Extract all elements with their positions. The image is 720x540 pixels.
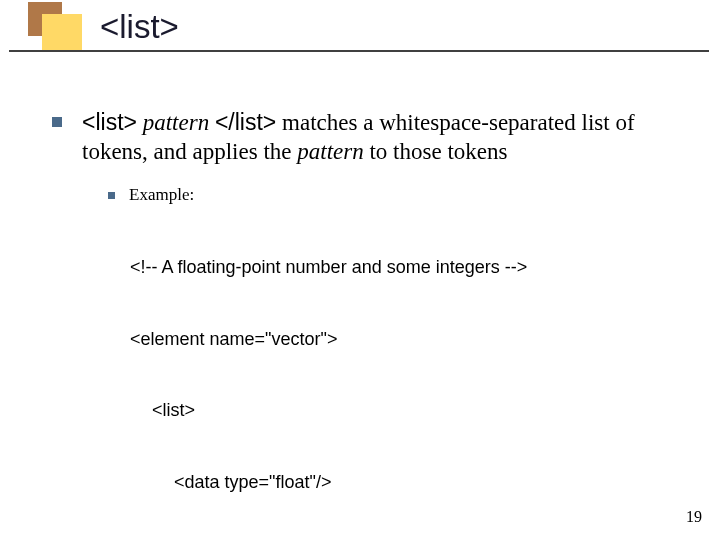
- bullet-level-2: Example:: [108, 185, 680, 205]
- desc-tail: to those tokens: [369, 139, 507, 164]
- example-label: Example:: [129, 185, 194, 205]
- bullet-square-icon: [108, 192, 115, 199]
- title-underline: [9, 50, 709, 52]
- page-number: 19: [686, 508, 702, 526]
- decoration-square-yellow: [42, 14, 82, 52]
- code-example: <!-- A floating-point number and some in…: [130, 208, 680, 540]
- tag-close: </list>: [215, 109, 276, 135]
- bullet-level-1: <list> pattern </list> matches a whitesp…: [52, 108, 680, 167]
- code-line: <list>: [130, 399, 680, 423]
- bullet-square-icon: [52, 117, 62, 127]
- code-line: <element name="vector">: [130, 328, 680, 352]
- main-description: <list> pattern </list> matches a whitesp…: [82, 108, 680, 167]
- pattern-word: pattern: [143, 110, 215, 135]
- content-area: <list> pattern </list> matches a whitesp…: [52, 108, 680, 540]
- code-line: <!-- A floating-point number and some in…: [130, 256, 680, 280]
- code-line: <data type="float"/>: [130, 471, 680, 495]
- slide-title: <list>: [100, 8, 179, 46]
- pattern-word-2: pattern: [297, 139, 369, 164]
- tag-open: <list>: [82, 109, 137, 135]
